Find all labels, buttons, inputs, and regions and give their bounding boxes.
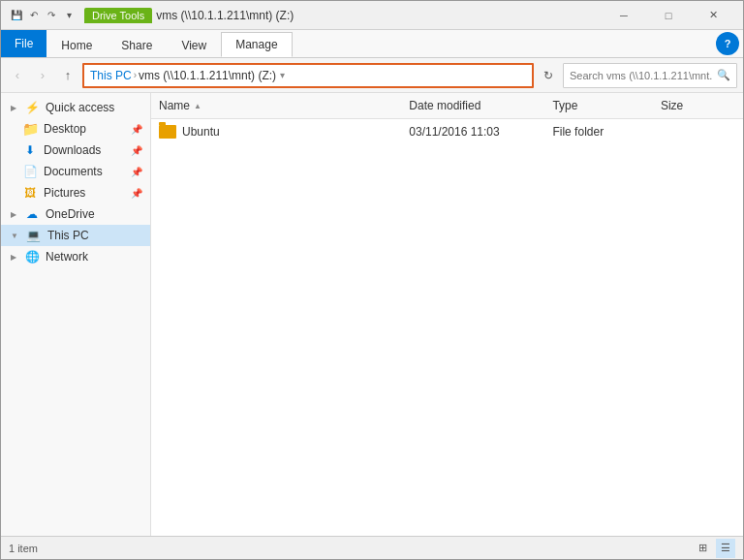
tab-home[interactable]: Home	[46, 32, 107, 57]
view-list-button[interactable]: ☰	[716, 539, 735, 558]
sidebar-label-pictures: Pictures	[44, 186, 85, 200]
title-bar: 💾 ↶ ↷ ▾ Drive Tools vms (\\10.1.1.211\mn…	[1, 1, 743, 30]
forward-button[interactable]: ›	[32, 65, 53, 86]
table-row[interactable]: Ubuntu 03/11/2016 11:03 File folder	[151, 119, 743, 144]
window-title: vms (\\10.1.1.211\mnt) (Z:)	[156, 9, 294, 22]
downloads-icon: ⬇	[22, 142, 38, 158]
sidebar-label-network: Network	[46, 250, 88, 264]
sidebar-label-quick-access: Quick access	[46, 101, 114, 114]
col-size[interactable]: Size	[653, 95, 743, 116]
desktop-icon: 📁	[22, 121, 38, 137]
breadcrumb-current: vms (\\10.1.1.211\mnt) (Z:)	[139, 69, 276, 82]
quick-access-icon: ⚡	[24, 100, 40, 115]
file-name-cell: Ubuntu	[151, 121, 401, 142]
close-button[interactable]: ✕	[691, 1, 735, 30]
back-button[interactable]: ‹	[7, 65, 28, 86]
undo-icon[interactable]: ↶	[26, 8, 42, 23]
view-switcher: ⊞ ☰	[693, 539, 735, 558]
ribbon: File Home Share View Manage ?	[1, 30, 743, 58]
breadcrumb-sep: ›	[134, 70, 137, 80]
tab-manage[interactable]: Manage	[221, 32, 292, 57]
file-date-cell: 03/11/2016 11:03	[401, 121, 544, 142]
sidebar-label-downloads: Downloads	[44, 143, 101, 157]
window-controls: ─ □ ✕	[602, 1, 735, 30]
drive-tools-tab: Drive Tools	[84, 8, 152, 23]
status-count: 1 item	[9, 543, 38, 554]
sidebar-item-network[interactable]: ▶ 🌐 Network	[1, 246, 150, 267]
sidebar-item-desktop[interactable]: 📁 Desktop 📌	[1, 118, 150, 140]
file-size-cell	[653, 128, 743, 136]
col-date-label: Date modified	[409, 99, 480, 112]
network-icon: 🌐	[24, 249, 40, 264]
onedrive-icon: ☁	[24, 206, 40, 222]
sidebar-label-this-pc: This PC	[47, 229, 89, 242]
file-type-cell: File folder	[544, 121, 652, 142]
documents-icon: 📄	[22, 164, 38, 179]
address-bar-row: ‹ › ↑ This PC › vms (\\10.1.1.211\mnt) (…	[1, 58, 743, 93]
file-name: Ubuntu	[182, 125, 220, 139]
pin-icon-downloads: 📌	[131, 145, 142, 156]
col-name-label: Name	[159, 99, 190, 112]
pictures-icon: 🖼	[22, 185, 38, 201]
minimize-button[interactable]: ─	[602, 1, 646, 30]
address-box[interactable]: This PC › vms (\\10.1.1.211\mnt) (Z:) ▾	[82, 63, 534, 88]
expand-icon: ▶	[11, 104, 16, 112]
search-box[interactable]: 🔍	[563, 63, 737, 88]
up-button[interactable]: ↑	[57, 65, 78, 86]
sidebar-label-onedrive: OneDrive	[46, 207, 95, 221]
network-expand: ▶	[11, 253, 16, 262]
breadcrumb-this-pc[interactable]: This PC	[90, 69, 132, 82]
thispc-icon: 💻	[26, 228, 42, 243]
sidebar: ▶ ⚡ Quick access 📁 Desktop 📌 ⬇ Downloads…	[1, 93, 151, 536]
sidebar-item-onedrive[interactable]: ▶ ☁ OneDrive	[1, 203, 150, 225]
search-icon[interactable]: 🔍	[717, 69, 730, 81]
col-date[interactable]: Date modified	[401, 95, 544, 116]
onedrive-expand: ▶	[11, 210, 16, 219]
sidebar-label-desktop: Desktop	[44, 122, 86, 136]
main-area: ▶ ⚡ Quick access 📁 Desktop 📌 ⬇ Downloads…	[1, 93, 743, 536]
file-date: 03/11/2016 11:03	[409, 125, 499, 139]
view-details-button[interactable]: ⊞	[693, 539, 712, 558]
save-icon[interactable]: 💾	[9, 8, 24, 23]
sidebar-item-downloads[interactable]: ⬇ Downloads 📌	[1, 140, 150, 161]
col-type[interactable]: Type	[544, 95, 652, 116]
sort-arrow: ▲	[194, 102, 202, 110]
redo-icon[interactable]: ↷	[44, 8, 59, 23]
ribbon-tabs: File Home Share View Manage ?	[1, 30, 743, 57]
tab-view[interactable]: View	[167, 32, 221, 57]
col-name[interactable]: Name ▲	[151, 95, 401, 116]
refresh-button[interactable]: ↻	[538, 65, 559, 86]
tab-share[interactable]: Share	[107, 32, 167, 57]
file-area: Name ▲ Date modified Type Size Ubuntu 0	[151, 93, 743, 536]
sidebar-item-quick-access[interactable]: ▶ ⚡ Quick access	[1, 97, 150, 118]
maximize-button[interactable]: □	[646, 1, 691, 30]
pin-icon-pictures: 📌	[131, 188, 142, 199]
status-bar: 1 item ⊞ ☰	[1, 536, 743, 559]
sidebar-item-pictures[interactable]: 🖼 Pictures 📌	[1, 182, 150, 203]
title-bar-text: Drive Tools vms (\\10.1.1.211\mnt) (Z:)	[84, 8, 602, 23]
dropdown-icon[interactable]: ▾	[61, 8, 77, 23]
thispc-expand: ▼	[11, 232, 18, 240]
pin-icon-documents: 📌	[131, 167, 142, 177]
tab-file[interactable]: File	[1, 30, 46, 57]
file-header: Name ▲ Date modified Type Size	[151, 93, 743, 119]
title-bar-quick-access: 💾 ↶ ↷ ▾	[9, 8, 77, 23]
search-input[interactable]	[570, 70, 713, 81]
sidebar-item-this-pc[interactable]: ▼ 💻 This PC	[1, 225, 150, 246]
help-button[interactable]: ?	[716, 32, 739, 55]
col-size-label: Size	[661, 99, 683, 112]
address-dropdown-icon[interactable]: ▾	[280, 70, 285, 80]
sidebar-item-documents[interactable]: 📄 Documents 📌	[1, 161, 150, 182]
file-list: Ubuntu 03/11/2016 11:03 File folder	[151, 119, 743, 536]
pin-icon-desktop: 📌	[131, 124, 142, 135]
col-type-label: Type	[552, 99, 577, 112]
breadcrumb: This PC › vms (\\10.1.1.211\mnt) (Z:)	[90, 69, 276, 82]
file-type: File folder	[552, 125, 604, 139]
sidebar-label-documents: Documents	[44, 165, 103, 178]
folder-icon	[159, 125, 176, 139]
